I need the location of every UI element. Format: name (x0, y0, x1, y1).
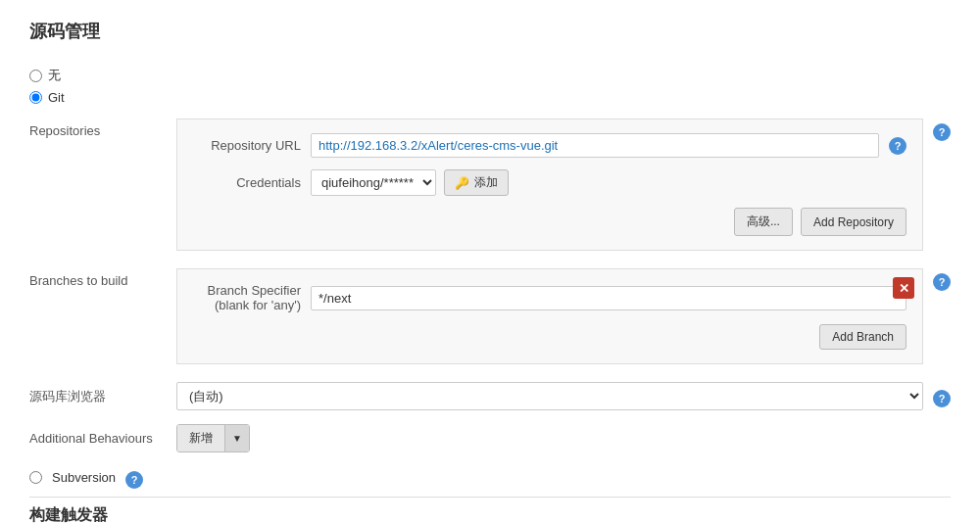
branch-specifier-label: Branch Specifier (blank for 'any') (193, 283, 301, 312)
add-branch-button[interactable]: Add Branch (819, 324, 906, 350)
add-behaviour-arrow-button[interactable]: ▼ (224, 425, 249, 452)
branch-specifier-input[interactable] (311, 286, 906, 310)
key-icon: 🔑 (455, 176, 469, 190)
build-triggers-title: 构建触发器 (29, 497, 951, 523)
credentials-input-wrapper: qiufeihong/****** 🔑 添加 (311, 169, 906, 196)
source-browser-dropdown-row: (自动) (176, 382, 923, 410)
branch-specifier-input-wrapper (311, 286, 906, 310)
branches-label: Branches to build (29, 268, 167, 288)
add-behaviour-main-button[interactable]: 新增 (177, 425, 224, 452)
credentials-label: Credentials (193, 175, 301, 190)
add-credentials-button[interactable]: 🔑 添加 (444, 169, 509, 196)
repository-url-input-wrapper (311, 133, 879, 158)
branches-section: Branches to build ✕ Branch Specifier (bl… (29, 268, 951, 364)
scm-radio-group: 无 Git (29, 67, 951, 105)
additional-behaviours-label: Additional Behaviours (29, 431, 167, 446)
repository-url-row: Repository URL ? (193, 133, 906, 158)
repository-url-input[interactable] (311, 133, 879, 158)
radio-none-label: 无 (48, 67, 61, 84)
repositories-label: Repositories (29, 119, 167, 138)
subversion-row: Subversion ? (29, 466, 951, 489)
additional-behaviours-row: Additional Behaviours 新增 ▼ (29, 424, 951, 452)
credentials-controls: qiufeihong/****** 🔑 添加 (311, 169, 906, 196)
radio-none[interactable]: 无 (29, 67, 951, 84)
branches-btn-row: Add Branch (193, 324, 906, 350)
repository-url-label: Repository URL (193, 138, 301, 153)
repository-url-help-icon[interactable]: ? (889, 137, 906, 155)
add-credentials-label: 添加 (474, 174, 498, 191)
subversion-label: Subversion (52, 470, 116, 485)
radio-subversion-input[interactable] (29, 471, 42, 484)
source-browser-select[interactable]: (自动) (176, 382, 923, 410)
branch-specifier-row: Branch Specifier (blank for 'any') (193, 283, 906, 312)
advanced-button[interactable]: 高级... (734, 208, 793, 236)
repositories-btn-row: 高级... Add Repository (193, 208, 906, 236)
radio-git-input[interactable] (29, 91, 42, 104)
radio-git[interactable]: Git (29, 90, 951, 105)
repositories-help-icon[interactable]: ? (933, 123, 951, 141)
credentials-select[interactable]: qiufeihong/****** (311, 169, 436, 196)
branches-help-icon[interactable]: ? (933, 273, 951, 291)
page-title: 源码管理 (29, 20, 951, 49)
subversion-help-icon[interactable]: ? (125, 471, 143, 489)
delete-branch-button[interactable]: ✕ (893, 277, 914, 299)
branches-content: ✕ Branch Specifier (blank for 'any') Add… (176, 268, 923, 364)
source-browser-help-icon[interactable]: ? (933, 390, 951, 407)
radio-git-label: Git (48, 90, 65, 105)
source-browser-row: 源码库浏览器 (自动) ? (29, 382, 951, 410)
credentials-row: Credentials qiufeihong/****** 🔑 添加 (193, 169, 906, 196)
add-behaviour-split-button[interactable]: 新增 ▼ (176, 424, 250, 452)
repositories-section: Repositories Repository URL ? Credential… (29, 119, 951, 251)
radio-none-input[interactable] (29, 70, 42, 82)
repositories-content: Repository URL ? Credentials qiufeihong/… (176, 119, 923, 251)
source-browser-label: 源码库浏览器 (29, 388, 167, 405)
add-repository-button[interactable]: Add Repository (801, 208, 906, 236)
